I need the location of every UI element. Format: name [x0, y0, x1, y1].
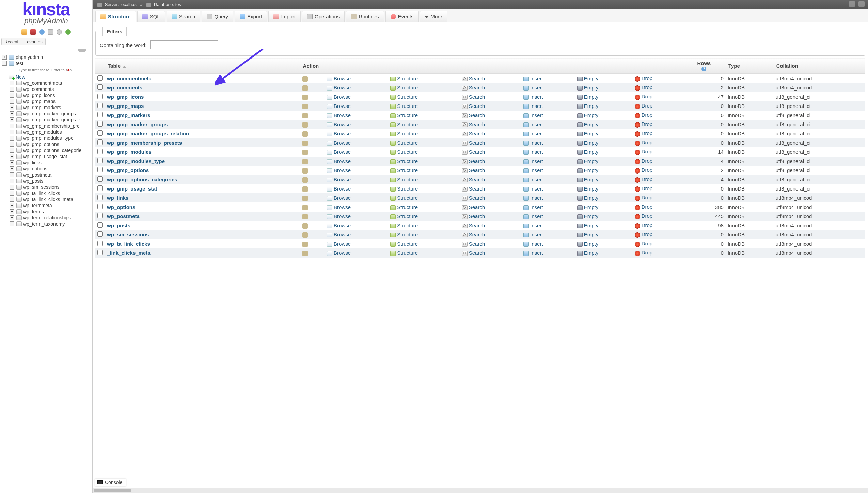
- drop-link[interactable]: Drop: [642, 139, 653, 145]
- browse-link[interactable]: Browse: [334, 195, 351, 201]
- table-name-link[interactable]: wp_ta_link_clicks: [107, 241, 150, 247]
- browse-link[interactable]: Browse: [334, 76, 351, 81]
- insert-link[interactable]: Insert: [530, 131, 543, 136]
- table-name-link[interactable]: wp_gmp_icons: [107, 94, 144, 100]
- favorite-icon[interactable]: [302, 159, 308, 164]
- row-checkbox[interactable]: [97, 139, 103, 145]
- insert-link[interactable]: Insert: [530, 250, 543, 256]
- expand-toggle[interactable]: [10, 99, 14, 104]
- browse-link[interactable]: Browse: [334, 103, 351, 109]
- pin-icon[interactable]: [78, 49, 86, 52]
- table-name-link[interactable]: wp_commentmeta: [107, 76, 152, 81]
- horizontal-scrollbar[interactable]: [93, 488, 868, 493]
- favorite-icon[interactable]: [302, 177, 308, 183]
- home-icon[interactable]: [21, 29, 27, 35]
- drop-link[interactable]: Drop: [642, 149, 653, 154]
- browse-link[interactable]: Browse: [334, 149, 351, 155]
- empty-link[interactable]: Empty: [584, 204, 599, 210]
- tab-export[interactable]: Export: [235, 11, 267, 22]
- expand-toggle[interactable]: [10, 111, 14, 116]
- drop-link[interactable]: Drop: [642, 130, 653, 136]
- insert-link[interactable]: Insert: [530, 76, 543, 81]
- insert-link[interactable]: Insert: [530, 186, 543, 192]
- expand-toggle[interactable]: [10, 160, 14, 165]
- tree-db-test[interactable]: test: [16, 61, 23, 66]
- browse-link[interactable]: Browse: [334, 213, 351, 219]
- insert-link[interactable]: Insert: [530, 195, 543, 201]
- tree-table[interactable]: wp_gmp_marker_groups_r: [23, 117, 80, 122]
- favorite-icon[interactable]: [302, 214, 308, 219]
- empty-link[interactable]: Empty: [584, 213, 599, 219]
- search-link[interactable]: Search: [469, 76, 485, 81]
- favorite-icon[interactable]: [302, 196, 308, 201]
- tree-table[interactable]: wp_termmeta: [23, 203, 52, 208]
- row-checkbox[interactable]: [97, 121, 103, 127]
- expand-toggle[interactable]: [10, 221, 14, 226]
- structure-link[interactable]: Structure: [397, 204, 418, 210]
- insert-link[interactable]: Insert: [530, 121, 543, 127]
- browse-link[interactable]: Browse: [334, 85, 351, 91]
- expand-toggle[interactable]: [10, 117, 14, 122]
- tab-more[interactable]: More: [420, 11, 447, 22]
- empty-link[interactable]: Empty: [584, 241, 599, 247]
- insert-link[interactable]: Insert: [530, 103, 543, 109]
- favorites-button[interactable]: Favorites: [21, 38, 45, 45]
- search-link[interactable]: Search: [469, 167, 485, 173]
- search-link[interactable]: Search: [469, 232, 485, 237]
- table-name-link[interactable]: wp_comments: [107, 85, 142, 91]
- empty-link[interactable]: Empty: [584, 167, 599, 173]
- clear-filter-icon[interactable]: X: [67, 68, 69, 72]
- browse-link[interactable]: Browse: [334, 186, 351, 192]
- search-link[interactable]: Search: [469, 213, 485, 219]
- expand-toggle[interactable]: [10, 191, 14, 196]
- favorite-icon[interactable]: [302, 113, 308, 118]
- expand-toggle[interactable]: [10, 166, 14, 171]
- tree-table[interactable]: wp_sm_sessions: [23, 184, 60, 190]
- drop-link[interactable]: Drop: [642, 176, 653, 182]
- table-name-link[interactable]: wp_gmp_maps: [107, 103, 144, 109]
- tree-table[interactable]: wp_gmp_maps: [23, 99, 56, 104]
- drop-link[interactable]: Drop: [642, 103, 653, 109]
- drop-link[interactable]: Drop: [642, 222, 653, 228]
- row-checkbox[interactable]: [97, 167, 103, 172]
- console-bar[interactable]: Console: [95, 479, 126, 486]
- drop-link[interactable]: Drop: [642, 195, 653, 200]
- table-name-link[interactable]: wp_gmp_marker_groups_relation: [107, 131, 189, 136]
- favorite-icon[interactable]: [302, 95, 308, 100]
- tree-table[interactable]: wp_posts: [23, 178, 43, 184]
- tab-structure[interactable]: Structure: [95, 11, 136, 22]
- tree-table[interactable]: wp_comments: [23, 86, 54, 92]
- favorite-icon[interactable]: [302, 104, 308, 109]
- search-link[interactable]: Search: [469, 223, 485, 228]
- tree-db-phpmyadmin[interactable]: phpmyadmin: [16, 54, 43, 60]
- tab-query[interactable]: Query: [202, 11, 233, 22]
- structure-link[interactable]: Structure: [397, 186, 418, 192]
- empty-link[interactable]: Empty: [584, 112, 599, 118]
- expand-toggle[interactable]: [2, 55, 7, 60]
- search-link[interactable]: Search: [469, 112, 485, 118]
- search-link[interactable]: Search: [469, 186, 485, 192]
- header-type[interactable]: Type: [726, 58, 774, 74]
- row-checkbox[interactable]: [97, 103, 103, 108]
- empty-link[interactable]: Empty: [584, 94, 599, 100]
- insert-link[interactable]: Insert: [530, 112, 543, 118]
- table-name-link[interactable]: wp_gmp_options_categories: [107, 177, 177, 182]
- structure-link[interactable]: Structure: [397, 103, 418, 109]
- expand-toggle[interactable]: [10, 81, 14, 85]
- expand-toggle[interactable]: [2, 61, 7, 66]
- favorite-icon[interactable]: [302, 251, 308, 256]
- tree-table[interactable]: wp_gmp_modules: [23, 129, 62, 135]
- expand-toggle[interactable]: [10, 130, 14, 134]
- expand-toggle[interactable]: [10, 172, 14, 177]
- table-name-link[interactable]: wp_gmp_modules: [107, 149, 152, 155]
- tree-table[interactable]: wp_term_taxonomy: [23, 221, 65, 227]
- expand-toggle[interactable]: [10, 185, 14, 190]
- favorite-icon[interactable]: [302, 76, 308, 82]
- header-rows[interactable]: Rows?: [682, 58, 726, 74]
- tree-table[interactable]: wp_ta_link_clicks: [23, 191, 60, 196]
- search-link[interactable]: Search: [469, 250, 485, 256]
- reload-icon[interactable]: [65, 29, 71, 35]
- empty-link[interactable]: Empty: [584, 149, 599, 155]
- search-link[interactable]: Search: [469, 241, 485, 247]
- drop-link[interactable]: Drop: [642, 84, 653, 90]
